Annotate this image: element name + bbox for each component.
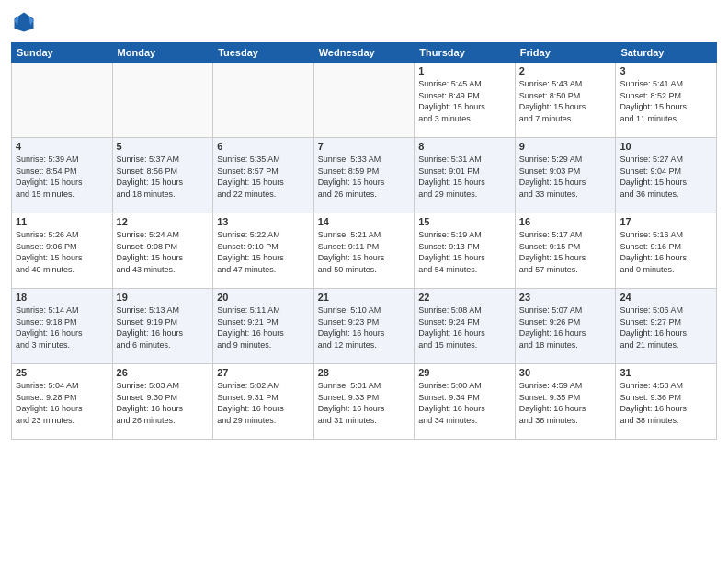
calendar-cell: 28Sunrise: 5:01 AM Sunset: 9:33 PM Dayli…	[313, 364, 415, 440]
day-info: Sunrise: 5:33 AM Sunset: 8:59 PM Dayligh…	[318, 154, 411, 200]
day-number: 6	[217, 141, 310, 152]
calendar-cell: 13Sunrise: 5:22 AM Sunset: 9:10 PM Dayli…	[213, 213, 314, 289]
calendar-cell	[213, 63, 314, 138]
calendar-cell: 4Sunrise: 5:39 AM Sunset: 8:54 PM Daylig…	[12, 138, 113, 213]
day-number: 15	[418, 216, 511, 227]
calendar-cell: 21Sunrise: 5:10 AM Sunset: 9:23 PM Dayli…	[313, 289, 415, 364]
calendar-cell: 18Sunrise: 5:14 AM Sunset: 9:18 PM Dayli…	[12, 289, 113, 364]
day-info: Sunrise: 5:07 AM Sunset: 9:26 PM Dayligh…	[519, 304, 612, 350]
day-number: 28	[318, 367, 411, 378]
weekday-header-friday: Friday	[515, 43, 616, 63]
calendar-cell: 17Sunrise: 5:16 AM Sunset: 9:16 PM Dayli…	[616, 213, 717, 289]
day-info: Sunrise: 5:06 AM Sunset: 9:27 PM Dayligh…	[620, 304, 712, 350]
calendar-cell: 9Sunrise: 5:29 AM Sunset: 9:03 PM Daylig…	[515, 138, 616, 213]
day-number: 19	[117, 292, 210, 303]
day-info: Sunrise: 5:00 AM Sunset: 9:34 PM Dayligh…	[418, 380, 511, 426]
day-number: 1	[418, 65, 511, 76]
calendar-cell: 23Sunrise: 5:07 AM Sunset: 9:26 PM Dayli…	[515, 289, 616, 364]
day-info: Sunrise: 5:01 AM Sunset: 9:33 PM Dayligh…	[318, 380, 411, 426]
day-info: Sunrise: 5:29 AM Sunset: 9:03 PM Dayligh…	[519, 154, 612, 200]
calendar-cell: 3Sunrise: 5:41 AM Sunset: 8:52 PM Daylig…	[616, 63, 717, 138]
weekday-header-monday: Monday	[112, 43, 213, 63]
calendar-cell: 8Sunrise: 5:31 AM Sunset: 9:01 PM Daylig…	[415, 138, 516, 213]
calendar-cell: 22Sunrise: 5:08 AM Sunset: 9:24 PM Dayli…	[415, 289, 516, 364]
calendar-cell	[313, 63, 415, 138]
calendar-cell: 14Sunrise: 5:21 AM Sunset: 9:11 PM Dayli…	[313, 213, 415, 289]
day-number: 20	[217, 292, 310, 303]
page: SundayMondayTuesdayWednesdayThursdayFrid…	[0, 0, 728, 563]
calendar-cell: 27Sunrise: 5:02 AM Sunset: 9:31 PM Dayli…	[213, 364, 314, 440]
day-info: Sunrise: 5:39 AM Sunset: 8:54 PM Dayligh…	[16, 154, 108, 200]
day-number: 27	[217, 367, 310, 378]
calendar-cell: 20Sunrise: 5:11 AM Sunset: 9:21 PM Dayli…	[213, 289, 314, 364]
day-number: 22	[418, 292, 511, 303]
calendar-cell: 30Sunrise: 4:59 AM Sunset: 9:35 PM Dayli…	[515, 364, 616, 440]
day-info: Sunrise: 5:16 AM Sunset: 9:16 PM Dayligh…	[620, 229, 712, 275]
day-info: Sunrise: 5:24 AM Sunset: 9:08 PM Dayligh…	[117, 229, 210, 275]
calendar-cell: 24Sunrise: 5:06 AM Sunset: 9:27 PM Dayli…	[616, 289, 717, 364]
calendar-cell: 19Sunrise: 5:13 AM Sunset: 9:19 PM Dayli…	[112, 289, 213, 364]
day-number: 16	[519, 216, 612, 227]
day-info: Sunrise: 5:27 AM Sunset: 9:04 PM Dayligh…	[620, 154, 712, 200]
day-number: 3	[620, 65, 712, 76]
logo-icon	[11, 9, 37, 35]
day-info: Sunrise: 5:17 AM Sunset: 9:15 PM Dayligh…	[519, 229, 612, 275]
day-info: Sunrise: 5:13 AM Sunset: 9:19 PM Dayligh…	[117, 304, 210, 350]
calendar-cell: 11Sunrise: 5:26 AM Sunset: 9:06 PM Dayli…	[12, 213, 113, 289]
day-number: 30	[519, 367, 612, 378]
day-info: Sunrise: 5:08 AM Sunset: 9:24 PM Dayligh…	[418, 304, 511, 350]
calendar-cell	[12, 63, 113, 138]
weekday-header-saturday: Saturday	[616, 43, 717, 63]
day-number: 13	[217, 216, 310, 227]
day-info: Sunrise: 5:21 AM Sunset: 9:11 PM Dayligh…	[318, 229, 411, 275]
day-info: Sunrise: 5:35 AM Sunset: 8:57 PM Dayligh…	[217, 154, 310, 200]
day-number: 31	[620, 367, 712, 378]
calendar-cell: 7Sunrise: 5:33 AM Sunset: 8:59 PM Daylig…	[313, 138, 415, 213]
weekday-header-tuesday: Tuesday	[213, 43, 314, 63]
day-info: Sunrise: 5:10 AM Sunset: 9:23 PM Dayligh…	[318, 304, 411, 350]
day-info: Sunrise: 5:31 AM Sunset: 9:01 PM Dayligh…	[418, 154, 511, 200]
calendar-week-row-1: 1Sunrise: 5:45 AM Sunset: 8:49 PM Daylig…	[12, 63, 717, 138]
day-number: 12	[117, 216, 210, 227]
day-number: 24	[620, 292, 712, 303]
day-number: 8	[418, 141, 511, 152]
calendar-week-row-5: 25Sunrise: 5:04 AM Sunset: 9:28 PM Dayli…	[12, 364, 717, 440]
header	[11, 9, 717, 35]
calendar-cell: 6Sunrise: 5:35 AM Sunset: 8:57 PM Daylig…	[213, 138, 314, 213]
day-info: Sunrise: 5:03 AM Sunset: 9:30 PM Dayligh…	[117, 380, 210, 426]
day-number: 18	[16, 292, 108, 303]
day-number: 29	[418, 367, 511, 378]
day-info: Sunrise: 5:04 AM Sunset: 9:28 PM Dayligh…	[16, 380, 108, 426]
calendar-cell: 29Sunrise: 5:00 AM Sunset: 9:34 PM Dayli…	[415, 364, 516, 440]
day-info: Sunrise: 4:59 AM Sunset: 9:35 PM Dayligh…	[519, 380, 612, 426]
calendar-week-row-2: 4Sunrise: 5:39 AM Sunset: 8:54 PM Daylig…	[12, 138, 717, 213]
day-info: Sunrise: 5:37 AM Sunset: 8:56 PM Dayligh…	[117, 154, 210, 200]
day-info: Sunrise: 5:11 AM Sunset: 9:21 PM Dayligh…	[217, 304, 310, 350]
day-number: 2	[519, 65, 612, 76]
day-number: 21	[318, 292, 411, 303]
day-number: 23	[519, 292, 612, 303]
logo	[11, 9, 40, 35]
day-info: Sunrise: 5:02 AM Sunset: 9:31 PM Dayligh…	[217, 380, 310, 426]
calendar-week-row-3: 11Sunrise: 5:26 AM Sunset: 9:06 PM Dayli…	[12, 213, 717, 289]
day-number: 10	[620, 141, 712, 152]
day-number: 7	[318, 141, 411, 152]
calendar-cell: 5Sunrise: 5:37 AM Sunset: 8:56 PM Daylig…	[112, 138, 213, 213]
day-info: Sunrise: 4:58 AM Sunset: 9:36 PM Dayligh…	[620, 380, 712, 426]
day-info: Sunrise: 5:41 AM Sunset: 8:52 PM Dayligh…	[620, 78, 712, 124]
day-info: Sunrise: 5:19 AM Sunset: 9:13 PM Dayligh…	[418, 229, 511, 275]
weekday-header-thursday: Thursday	[415, 43, 516, 63]
day-number: 4	[16, 141, 108, 152]
calendar-cell: 31Sunrise: 4:58 AM Sunset: 9:36 PM Dayli…	[616, 364, 717, 440]
day-number: 14	[318, 216, 411, 227]
day-number: 5	[117, 141, 210, 152]
calendar-cell: 25Sunrise: 5:04 AM Sunset: 9:28 PM Dayli…	[12, 364, 113, 440]
calendar-week-row-4: 18Sunrise: 5:14 AM Sunset: 9:18 PM Dayli…	[12, 289, 717, 364]
calendar-cell: 26Sunrise: 5:03 AM Sunset: 9:30 PM Dayli…	[112, 364, 213, 440]
day-number: 25	[16, 367, 108, 378]
day-number: 9	[519, 141, 612, 152]
weekday-header-sunday: Sunday	[12, 43, 113, 63]
day-number: 26	[117, 367, 210, 378]
day-info: Sunrise: 5:26 AM Sunset: 9:06 PM Dayligh…	[16, 229, 108, 275]
calendar-cell: 12Sunrise: 5:24 AM Sunset: 9:08 PM Dayli…	[112, 213, 213, 289]
